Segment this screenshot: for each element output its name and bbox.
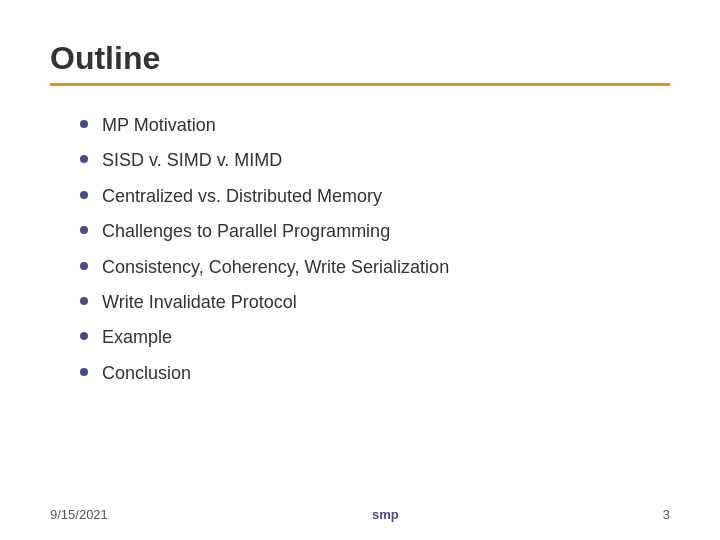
bullet-text: MP Motivation <box>102 114 216 137</box>
slide-footer: 9/15/2021 smp 3 <box>50 507 670 522</box>
bullet-text: Example <box>102 326 172 349</box>
bullet-dot-icon <box>80 368 88 376</box>
slide: Outline MP MotivationSISD v. SIMD v. MIM… <box>0 0 720 540</box>
bullet-text: SISD v. SIMD v. MIMD <box>102 149 282 172</box>
bullet-dot-icon <box>80 297 88 305</box>
slide-title: Outline <box>50 40 670 77</box>
bullet-list: MP MotivationSISD v. SIMD v. MIMDCentral… <box>80 114 670 385</box>
bullet-text: Write Invalidate Protocol <box>102 291 297 314</box>
list-item: MP Motivation <box>80 114 670 137</box>
bullet-text: Consistency, Coherency, Write Serializat… <box>102 256 449 279</box>
list-item: Write Invalidate Protocol <box>80 291 670 314</box>
bullet-dot-icon <box>80 332 88 340</box>
title-divider <box>50 83 670 86</box>
bullet-dot-icon <box>80 155 88 163</box>
bullet-dot-icon <box>80 191 88 199</box>
bullet-text: Centralized vs. Distributed Memory <box>102 185 382 208</box>
list-item: SISD v. SIMD v. MIMD <box>80 149 670 172</box>
bullet-text: Challenges to Parallel Programming <box>102 220 390 243</box>
list-item: Consistency, Coherency, Write Serializat… <box>80 256 670 279</box>
footer-page: 3 <box>663 507 670 522</box>
list-item: Centralized vs. Distributed Memory <box>80 185 670 208</box>
footer-title: smp <box>372 507 399 522</box>
bullet-dot-icon <box>80 226 88 234</box>
footer-date: 9/15/2021 <box>50 507 108 522</box>
list-item: Example <box>80 326 670 349</box>
list-item: Conclusion <box>80 362 670 385</box>
list-item: Challenges to Parallel Programming <box>80 220 670 243</box>
bullet-text: Conclusion <box>102 362 191 385</box>
bullet-dot-icon <box>80 120 88 128</box>
bullet-dot-icon <box>80 262 88 270</box>
title-section: Outline <box>50 40 670 86</box>
